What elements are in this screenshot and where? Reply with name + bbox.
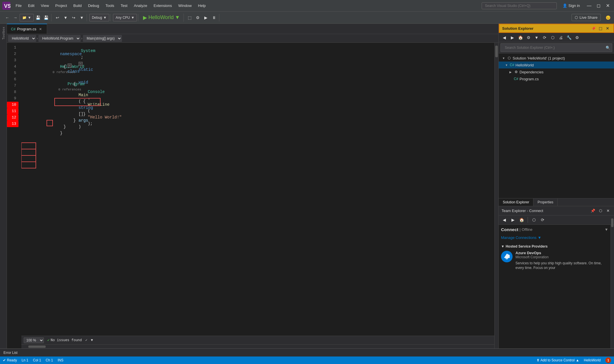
- col-label: Col 1: [33, 358, 41, 362]
- close-panel-button[interactable]: ✕: [604, 25, 611, 31]
- te-home-button[interactable]: 🏠: [518, 216, 525, 224]
- se-copy-button[interactable]: ⬡: [549, 34, 557, 41]
- toolbar: ← → 📁 ▼ 💾 💾 ↩ ▼ ↪ ▼ Debug ▼ Any CPU ▼ ▶ …: [0, 12, 614, 24]
- minimize-button[interactable]: —: [585, 2, 593, 10]
- tab-solution-explorer[interactable]: Solution Explorer: [499, 198, 533, 206]
- float-button[interactable]: ⬚: [597, 25, 604, 31]
- toolbar-nav-group: ← → 📁 ▼ 💾 💾: [2, 14, 51, 21]
- collapse-btn-main[interactable]: -: [79, 62, 83, 66]
- te-refresh-button[interactable]: ⟳: [539, 216, 546, 224]
- se-forward-button[interactable]: ▶: [509, 34, 516, 41]
- project-status: HelloWorld: [584, 358, 601, 362]
- solution-explorer-search[interactable]: [502, 44, 606, 51]
- solution-node[interactable]: ▼ ⬡ Solution 'HelloWorld' (1 project): [499, 55, 614, 62]
- se-properties-button[interactable]: 🔧: [565, 34, 573, 41]
- global-search-input[interactable]: [482, 2, 557, 9]
- code-content[interactable]: using System ; namespace Hel: [21, 43, 494, 336]
- sign-in-button[interactable]: 👤 Sign in: [560, 2, 582, 9]
- azure-devops-icon: [501, 251, 513, 262]
- project-node[interactable]: ▼ C# HelloWorld: [499, 62, 614, 68]
- connect-label: Connect: [501, 227, 518, 232]
- notification-badge[interactable]: 1: [605, 357, 611, 363]
- menu-tools[interactable]: Tools: [103, 2, 117, 9]
- se-dropdown-button[interactable]: ▼: [533, 34, 540, 41]
- pin-button[interactable]: 📌: [590, 25, 597, 31]
- back-button[interactable]: ←: [3, 14, 11, 21]
- hscroll-thumb[interactable]: [28, 346, 46, 348]
- te-scroll-thumb[interactable]: [611, 225, 613, 227]
- close-button[interactable]: ✕: [604, 2, 612, 10]
- menu-window[interactable]: Window: [175, 2, 194, 9]
- project-icon: C#: [510, 63, 514, 67]
- azure-devops-info: Azure DevOps Microsoft Corporation Servi…: [515, 251, 608, 271]
- te-close-button[interactable]: ✕: [605, 207, 611, 214]
- menu-debug[interactable]: Debug: [85, 2, 102, 9]
- program-cs-node[interactable]: C# Program.cs: [499, 75, 614, 82]
- undo-button[interactable]: ↩: [54, 14, 61, 21]
- te-back-button[interactable]: ◀: [500, 216, 508, 224]
- debug-tool-1[interactable]: ⚙: [194, 14, 202, 21]
- line-num-1: 1: [7, 44, 18, 51]
- right-panel: Solution Explorer 📌 ⬚ ✕ ◀ ▶ 🏠 ⚙ ▼ ⟳ ⬡ 🖨 …: [498, 24, 614, 348]
- breadcrumb-class-dropdown[interactable]: HelloWorld.Program: [38, 35, 81, 42]
- save-all-button[interactable]: 💾: [42, 14, 50, 21]
- run-button[interactable]: ▶ HelloWorld ▼: [141, 14, 182, 22]
- se-home-button[interactable]: 🏠: [517, 34, 524, 41]
- menu-build[interactable]: Build: [71, 2, 85, 9]
- debug-tool-2[interactable]: ▶: [202, 14, 210, 21]
- redo-dropdown-button[interactable]: ▼: [78, 14, 86, 21]
- menu-bar: VS File Edit View Project Build Debug To…: [0, 0, 614, 12]
- menu-analyze[interactable]: Analyze: [131, 2, 150, 9]
- live-share-button[interactable]: ⬡ Live Share: [572, 14, 601, 21]
- line-num-2: 2: [7, 51, 18, 57]
- sign-in-label: Sign in: [568, 3, 580, 8]
- te-pin-button[interactable]: 📌: [590, 207, 596, 214]
- solution-explorer-search-bar: 🔍: [499, 42, 614, 53]
- manage-arrow-icon: ▼: [538, 235, 541, 240]
- se-sync-button[interactable]: ⚙: [525, 34, 532, 41]
- save-button[interactable]: 💾: [34, 14, 42, 21]
- breadcrumb-method-dropdown[interactable]: Main(string[] args): [83, 35, 122, 42]
- debug-tool-3[interactable]: ⏸: [210, 14, 218, 21]
- source-control-status[interactable]: ⬆ Add to Source Control ▲: [537, 358, 579, 362]
- solution-icon: ⬡: [507, 56, 511, 60]
- manage-connections-link[interactable]: Manage Connections ▼: [501, 235, 608, 240]
- dependencies-node[interactable]: ▶ ⚙ Dependencies: [499, 68, 614, 75]
- svg-rect-4: [21, 143, 36, 149]
- program-cs-label: Program.cs: [520, 77, 539, 81]
- editor-horizontal-scrollbar[interactable]: [21, 344, 494, 348]
- menu-project[interactable]: Project: [52, 2, 70, 9]
- line-num-10: 10: [7, 102, 18, 108]
- breadcrumb-project-dropdown[interactable]: HelloWorld: [8, 35, 36, 42]
- te-forward-button[interactable]: ▶: [509, 216, 517, 224]
- undo-dropdown-button[interactable]: ▼: [62, 14, 69, 21]
- breakpoint-button[interactable]: ⬚: [186, 14, 194, 21]
- se-back-button[interactable]: ◀: [500, 34, 508, 41]
- feedback-button[interactable]: 😊: [604, 14, 612, 21]
- editor-vertical-scrollbar[interactable]: [494, 43, 498, 348]
- tab-program-cs[interactable]: C# Program.cs ✕: [7, 24, 47, 34]
- menu-view[interactable]: View: [38, 2, 52, 9]
- te-float-button[interactable]: ⬡: [597, 207, 604, 214]
- vscroll-thumb[interactable]: [495, 46, 498, 57]
- spacer: [501, 240, 608, 244]
- se-print-button[interactable]: 🖨: [557, 34, 565, 41]
- restore-button[interactable]: ◻: [594, 2, 602, 10]
- debug-config-dropdown[interactable]: Debug ▼: [89, 14, 109, 21]
- te-connect-button[interactable]: ⬡: [530, 216, 538, 224]
- menu-file[interactable]: File: [13, 2, 25, 9]
- team-explorer-scrollbar[interactable]: [611, 225, 614, 349]
- zoom-select[interactable]: 100 %: [24, 337, 44, 343]
- tab-close-button[interactable]: ✕: [38, 27, 43, 31]
- recent-files-dropdown[interactable]: 📁 ▼: [20, 14, 34, 21]
- forward-button[interactable]: →: [12, 14, 19, 21]
- se-refresh-button[interactable]: ⟳: [541, 34, 548, 41]
- menu-extensions[interactable]: Extensions: [151, 2, 175, 9]
- menu-test[interactable]: Test: [118, 2, 130, 9]
- se-settings-button[interactable]: ⚙: [573, 34, 581, 41]
- tab-properties[interactable]: Properties: [533, 198, 558, 206]
- redo-button[interactable]: ↪: [70, 14, 77, 21]
- platform-dropdown[interactable]: Any CPU ▼: [113, 14, 137, 21]
- menu-edit[interactable]: Edit: [25, 2, 37, 9]
- menu-help[interactable]: Help: [195, 2, 209, 9]
